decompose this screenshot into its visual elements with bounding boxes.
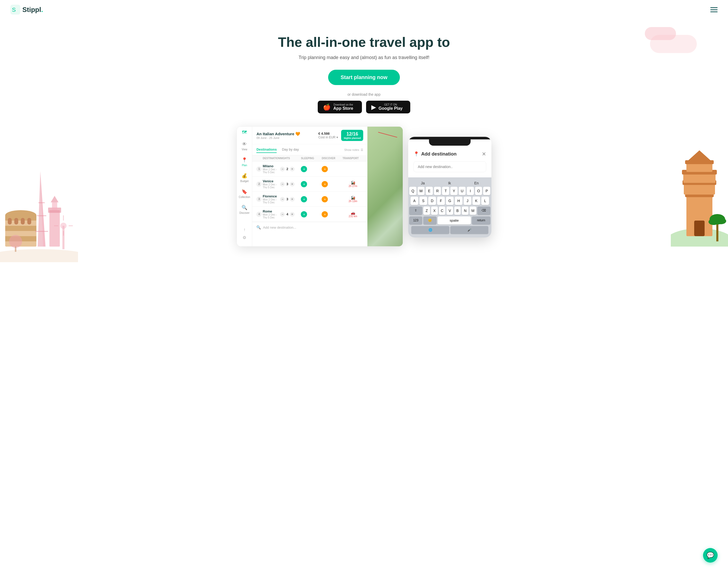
- key-g[interactable]: G: [446, 197, 454, 205]
- key-p[interactable]: P: [483, 187, 490, 195]
- keyboard-predictions: Ja Ik En: [409, 179, 490, 187]
- key-v[interactable]: V: [446, 207, 453, 215]
- trip-cost: € 4.598: [318, 132, 338, 136]
- keyboard-row-5: 🌐 🎤: [409, 226, 490, 234]
- key-l[interactable]: L: [481, 197, 489, 205]
- nights-minus[interactable]: −: [280, 182, 285, 187]
- hero-subtitle: Trip planning made easy and (almost) as …: [5, 55, 723, 60]
- app-store-main: App Store: [333, 106, 353, 111]
- table-row: 2 Venice Mon 2 Dec - Thu 5 Dec − 3 + +: [252, 176, 368, 192]
- key-globe[interactable]: 🌐: [411, 226, 449, 234]
- key-123[interactable]: 123: [409, 216, 422, 224]
- key-m[interactable]: M: [469, 207, 476, 215]
- key-o[interactable]: O: [475, 187, 482, 195]
- keyboard-row-3: ⇧ Z X C V B N M ⌫: [409, 207, 490, 215]
- key-return[interactable]: return: [472, 216, 490, 224]
- key-mic[interactable]: 🎤: [450, 226, 488, 234]
- table-row: 4 Rome Mon 2 Dec - Thu 5 Dec − 4 + +: [252, 207, 368, 222]
- map-route-line: [378, 132, 397, 137]
- app-sidebar: 🗺 👁 View 📍 Plan 💰 Budget 🔖: [237, 127, 252, 246]
- google-play-main: Google Play: [379, 106, 402, 111]
- key-q[interactable]: Q: [409, 187, 416, 195]
- show-notes-bar: Show notes ☰: [340, 147, 368, 153]
- table-header: DESTINATION NIGHTS SLEEPING DISCOVER TRA…: [252, 155, 368, 161]
- app-store-sub: Download on the: [333, 103, 353, 106]
- key-d[interactable]: D: [428, 197, 436, 205]
- key-s[interactable]: S: [419, 197, 427, 205]
- nights-minus[interactable]: −: [280, 197, 285, 202]
- svg-text:S: S: [12, 6, 16, 13]
- sidebar-item-view[interactable]: 👁 View: [241, 142, 247, 151]
- destinations-table: 1 Milano Mon 2 Dec - Thu 5 Dec − 2 + +: [252, 161, 368, 246]
- sidebar-settings-icon[interactable]: ⚙: [242, 235, 246, 240]
- google-play-sub: GET IT ON: [379, 103, 402, 106]
- key-space[interactable]: spatie: [438, 216, 471, 224]
- modal-close-button[interactable]: ✕: [482, 151, 486, 157]
- key-t[interactable]: T: [442, 187, 449, 195]
- key-y[interactable]: Y: [450, 187, 458, 195]
- key-r[interactable]: R: [434, 187, 441, 195]
- map-panel: [368, 127, 403, 246]
- nights-counter: 12/16 Nights planned: [341, 130, 363, 141]
- site-header: S Stippl.: [0, 0, 728, 19]
- sidebar-share-icon[interactable]: ↑: [243, 227, 245, 232]
- key-emoji[interactable]: 😊: [423, 216, 436, 224]
- app-inner: 🗺 👁 View 📍 Plan 💰 Budget 🔖: [237, 127, 403, 246]
- key-w[interactable]: W: [417, 187, 425, 195]
- key-j[interactable]: J: [463, 197, 471, 205]
- key-c[interactable]: C: [439, 207, 446, 215]
- sidebar-item-discover[interactable]: 🔍 Discover: [239, 205, 249, 214]
- sidebar-item-budget[interactable]: 💰 Budget: [240, 173, 248, 183]
- app-store-badge[interactable]: 🍎 Download on the App Store: [318, 101, 362, 113]
- phone-notch: [429, 140, 470, 146]
- nights-plus[interactable]: +: [290, 212, 294, 217]
- nights-plus[interactable]: +: [290, 197, 294, 202]
- nights-minus[interactable]: −: [280, 167, 285, 171]
- search-icon: 🔍: [257, 225, 261, 229]
- key-n[interactable]: N: [462, 207, 468, 215]
- table-row: 3 Florence Mon 2 Dec - Thu 5 Dec − 3 + +: [252, 192, 368, 207]
- start-planning-button[interactable]: Start planning now: [328, 70, 400, 85]
- keyboard-row-1: Q W E R T Y U I O P: [409, 187, 490, 195]
- tab-destinations[interactable]: Destinations: [257, 146, 277, 153]
- key-k[interactable]: K: [472, 197, 480, 205]
- keyboard-row-4: 123 😊 spatie return: [409, 216, 490, 224]
- or-download-text: or download the app: [5, 92, 723, 97]
- logo[interactable]: S Stippl.: [10, 5, 43, 14]
- map-inner: [368, 127, 403, 246]
- key-h[interactable]: H: [455, 197, 462, 205]
- app-badges: 🍎 Download on the App Store ▶ GET IT ON …: [5, 101, 723, 113]
- key-b[interactable]: B: [454, 207, 461, 215]
- key-a[interactable]: A: [410, 197, 418, 205]
- nights-plus[interactable]: +: [290, 182, 294, 187]
- nights-minus[interactable]: −: [280, 212, 285, 217]
- sidebar-item-plan[interactable]: 📍 Plan: [241, 157, 247, 167]
- google-play-icon: ▶: [371, 104, 376, 111]
- key-shift[interactable]: ⇧: [409, 207, 422, 215]
- destination-input[interactable]: [413, 161, 486, 172]
- sidebar-logo[interactable]: 🗺: [242, 130, 247, 135]
- modal-header: 📍 Add destination ✕: [413, 151, 486, 157]
- add-destination-row[interactable]: 🔍 Add new destination...: [252, 222, 368, 232]
- hamburger-menu[interactable]: [710, 7, 718, 12]
- google-play-badge[interactable]: ▶ GET IT ON Google Play: [366, 101, 410, 113]
- key-x[interactable]: X: [431, 207, 438, 215]
- pin-icon: 📍: [413, 151, 419, 157]
- key-i[interactable]: I: [467, 187, 474, 195]
- key-u[interactable]: U: [459, 187, 466, 195]
- key-z[interactable]: Z: [423, 207, 430, 215]
- cost-label: Cost in EUR ▾: [318, 136, 338, 139]
- app-mockup: 🗺 👁 View 📍 Plan 💰 Budget 🔖: [237, 126, 403, 247]
- key-e[interactable]: E: [426, 187, 433, 195]
- phone-mockup: 📍 Add destination ✕ Ja Ik En Q W E: [408, 137, 491, 238]
- modal-title: 📍 Add destination: [413, 151, 457, 157]
- tab-day-by-day[interactable]: Day by day: [282, 146, 299, 153]
- sidebar-item-collection[interactable]: 🔖 Collection: [239, 189, 250, 199]
- trip-header: An Italian Adventure 🧡 09 June - 25 June…: [252, 127, 368, 144]
- logo-icon: S: [10, 5, 20, 14]
- nights-plus[interactable]: +: [290, 167, 294, 171]
- key-backspace[interactable]: ⌫: [478, 207, 490, 215]
- key-f[interactable]: F: [437, 197, 445, 205]
- trip-title: An Italian Adventure 🧡: [257, 132, 300, 136]
- add-destination-modal: 📍 Add destination ✕: [408, 146, 491, 177]
